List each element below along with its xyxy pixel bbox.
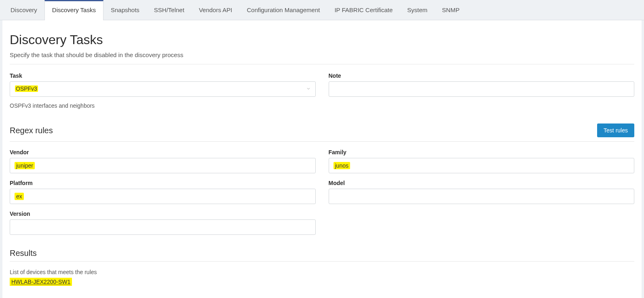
results-description: List of devices that meets the rules: [10, 269, 634, 275]
results-title: Results: [10, 249, 37, 258]
tab-bar: Discovery Discovery Tasks Snapshots SSH/…: [0, 0, 644, 20]
model-label: Model: [329, 180, 635, 186]
task-label: Task: [10, 72, 316, 79]
tab-ip-fabric-certificate[interactable]: IP FABRIC Certificate: [327, 0, 400, 20]
content-panel: Discovery Tasks Specify the task that sh…: [2, 20, 642, 298]
task-note-row: Task OSPFv3 OSPFv3 interfaces and neighb…: [10, 72, 634, 109]
results-list: HWLAB-JEX2200-SW1: [10, 279, 634, 285]
tab-system[interactable]: System: [400, 0, 435, 20]
tab-snapshots[interactable]: Snapshots: [103, 0, 147, 20]
page-subtitle: Specify the task that should be disabled…: [10, 51, 634, 64]
model-input[interactable]: [329, 189, 635, 204]
results-header: Results: [10, 249, 634, 262]
platform-label: Platform: [10, 180, 316, 186]
tab-discovery[interactable]: Discovery: [3, 0, 44, 20]
task-help-text: OSPFv3 interfaces and neighbors: [10, 102, 316, 109]
platform-model-row: Platform ex Model: [10, 180, 634, 211]
tab-ssh-telnet[interactable]: SSH/Telnet: [147, 0, 192, 20]
task-select-wrap: OSPFv3: [10, 81, 316, 97]
tab-vendors-api[interactable]: Vendors API: [192, 0, 240, 20]
note-label: Note: [329, 72, 635, 79]
task-select[interactable]: OSPFv3: [10, 81, 316, 97]
regex-rules-title: Regex rules: [10, 126, 53, 135]
tab-snmp[interactable]: SNMP: [435, 0, 467, 20]
test-rules-button[interactable]: Test rules: [597, 123, 634, 137]
tab-discovery-tasks[interactable]: Discovery Tasks: [44, 0, 103, 20]
version-input[interactable]: [10, 219, 316, 235]
page-title: Discovery Tasks: [10, 32, 634, 47]
note-input[interactable]: [329, 81, 635, 97]
result-device: HWLAB-JEX2200-SW1: [10, 278, 72, 286]
vendor-label: Vendor: [10, 149, 316, 155]
platform-input[interactable]: [10, 189, 316, 204]
vendor-family-row: Vendor juniper Family junos: [10, 149, 634, 180]
family-label: Family: [329, 149, 635, 155]
task-select-value: OSPFv3: [15, 85, 38, 92]
version-label: Version: [10, 211, 316, 217]
regex-rules-header: Regex rules Test rules: [10, 123, 634, 142]
version-row: Version: [10, 211, 634, 241]
family-input[interactable]: [329, 158, 635, 173]
tab-configuration-management[interactable]: Configuration Management: [239, 0, 327, 20]
vendor-input[interactable]: [10, 158, 316, 173]
